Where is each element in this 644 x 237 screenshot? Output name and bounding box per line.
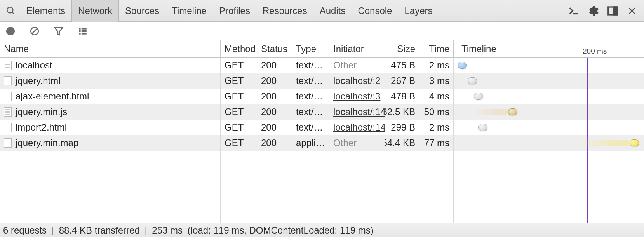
timeline-bubble <box>478 124 487 131</box>
cell-method: GET <box>221 89 257 104</box>
tabbar-right-icons <box>566 3 641 18</box>
cell-timeline <box>454 73 644 89</box>
cell-time: 2 ms <box>419 58 454 73</box>
tab-elements[interactable]: Elements <box>20 0 71 22</box>
cell-name: localhost <box>0 58 221 73</box>
timeline-label: Timeline <box>461 44 496 54</box>
file-name: jquery.min.map <box>16 138 78 148</box>
file-name: jquery.min.js <box>16 106 67 117</box>
file-icon <box>4 123 12 132</box>
cell-time: 50 ms <box>419 104 454 120</box>
timeline-bubble <box>508 108 517 115</box>
cell-method: GET <box>221 104 257 120</box>
tab-network[interactable]: Network <box>71 0 119 22</box>
cell-name: jquery.min.js <box>0 104 221 120</box>
cell-status: 200 <box>257 58 292 73</box>
cell-size: 475 B <box>385 58 419 73</box>
svg-rect-15 <box>82 33 87 34</box>
table-row[interactable]: jquery.min.jsGET200text/…localhost/:1432… <box>0 104 644 120</box>
tab-profiles[interactable]: Profiles <box>213 0 256 22</box>
initiator-link[interactable]: localhost/:3 <box>333 91 380 102</box>
cell-name: import2.html <box>0 120 221 135</box>
cell-initiator: localhost/:14 <box>329 104 385 120</box>
cell-initiator: localhost/:3 <box>329 89 385 104</box>
cell-time: 2 ms <box>419 120 454 135</box>
table-row[interactable]: localhostGET200text/…Other475 B2 ms <box>0 58 644 73</box>
cell-initiator: localhost/:14 <box>329 120 385 135</box>
col-timeline[interactable]: Timeline 200 ms <box>454 40 644 57</box>
network-grid: Name Method Status Type Initiator Size T… <box>0 40 644 223</box>
col-time[interactable]: Time <box>419 40 454 57</box>
col-method[interactable]: Method <box>221 40 257 57</box>
svg-rect-13 <box>82 30 87 31</box>
cell-time: 77 ms <box>419 135 454 151</box>
cell-status: 200 <box>257 135 292 151</box>
cell-time: 3 ms <box>419 73 454 89</box>
cell-size: 478 B <box>385 89 419 104</box>
settings-gear-icon[interactable] <box>586 3 600 18</box>
console-drawer-icon[interactable] <box>566 3 581 18</box>
cell-status: 200 <box>257 104 292 120</box>
initiator-link[interactable]: localhost/:2 <box>333 75 380 86</box>
initiator-text: Other <box>333 60 357 71</box>
svg-rect-14 <box>79 33 80 34</box>
dock-side-icon[interactable] <box>605 3 620 18</box>
cell-initiator: Other <box>329 58 385 73</box>
tab-console[interactable]: Console <box>352 0 398 22</box>
status-requests: 6 requests <box>3 225 47 235</box>
cell-name: jquery.html <box>0 73 221 89</box>
col-name[interactable]: Name <box>0 40 221 57</box>
status-transferred: 88.4 KB transferred <box>59 225 140 235</box>
svg-line-1 <box>12 12 14 14</box>
tab-audits[interactable]: Audits <box>313 0 352 22</box>
svg-rect-12 <box>79 30 80 31</box>
cell-status: 200 <box>257 73 292 89</box>
cell-timeline <box>454 89 644 104</box>
file-name: ajax-element.html <box>16 91 89 102</box>
timeline-bubble <box>474 93 483 100</box>
initiator-text: Other <box>333 138 357 148</box>
svg-rect-11 <box>82 28 87 29</box>
tab-timeline[interactable]: Timeline <box>165 0 213 22</box>
record-icon[interactable] <box>4 24 17 38</box>
clear-icon[interactable] <box>28 24 41 38</box>
tab-layers[interactable]: Layers <box>398 0 439 22</box>
timeline-bubble <box>630 139 639 146</box>
timeline-bubble <box>458 62 467 69</box>
initiator-link[interactable]: localhost/:14 <box>333 122 385 133</box>
cell-timeline <box>454 104 644 120</box>
file-name: import2.html <box>16 122 67 133</box>
tab-sources[interactable]: Sources <box>119 0 165 22</box>
table-row[interactable]: jquery.min.mapGET200appli…Other54.4 KB77… <box>0 135 644 151</box>
cell-name: jquery.min.map <box>0 135 221 151</box>
overview-icon[interactable] <box>76 24 89 38</box>
file-icon <box>4 138 12 148</box>
cell-size: 32.5 KB <box>385 104 419 120</box>
cell-size: 54.4 KB <box>385 135 419 151</box>
close-icon[interactable] <box>625 3 639 18</box>
cell-method: GET <box>221 58 257 73</box>
table-row[interactable]: ajax-element.htmlGET200text/…localhost/:… <box>0 89 644 104</box>
initiator-link[interactable]: localhost/:14 <box>333 106 385 117</box>
cell-initiator: localhost/:2 <box>329 73 385 89</box>
svg-rect-4 <box>614 7 617 15</box>
table-row[interactable]: import2.htmlGET200text/…localhost/:14299… <box>0 120 644 135</box>
table-row[interactable]: jquery.htmlGET200text/…localhost/:2267 B… <box>0 73 644 89</box>
filter-icon[interactable] <box>52 24 65 38</box>
file-icon <box>4 76 12 85</box>
tab-resources[interactable]: Resources <box>256 0 313 22</box>
status-bar: 6 requests | 88.4 KB transferred | 253 m… <box>0 223 644 237</box>
cell-status: 200 <box>257 120 292 135</box>
col-status[interactable]: Status <box>257 40 292 57</box>
col-size[interactable]: Size <box>385 40 419 57</box>
svg-line-8 <box>32 28 37 33</box>
col-type[interactable]: Type <box>292 40 329 57</box>
search-icon[interactable] <box>2 6 20 16</box>
col-initiator[interactable]: Initiator <box>329 40 385 57</box>
file-name: jquery.html <box>16 75 61 86</box>
svg-point-0 <box>7 7 13 13</box>
cell-status: 200 <box>257 89 292 104</box>
file-icon <box>4 107 12 117</box>
network-toolbar <box>0 22 644 40</box>
cell-timeline <box>454 120 644 135</box>
